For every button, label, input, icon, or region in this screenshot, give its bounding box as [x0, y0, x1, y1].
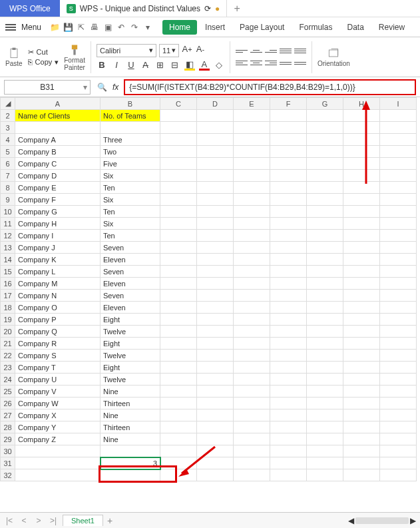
print-icon[interactable]: 🖶	[89, 22, 100, 33]
cell[interactable]	[270, 110, 307, 122]
cell[interactable]	[307, 242, 343, 254]
row-header[interactable]: 23	[1, 362, 15, 374]
cell[interactable]	[270, 433, 307, 445]
cell[interactable]	[270, 134, 307, 146]
cell[interactable]	[160, 218, 197, 230]
cell[interactable]	[197, 338, 234, 350]
border-button[interactable]: ⊞	[155, 60, 166, 71]
cell[interactable]	[380, 110, 417, 122]
cell[interactable]: Company Y	[15, 421, 101, 433]
menu-button[interactable]: Menu	[21, 23, 41, 32]
cell[interactable]	[160, 110, 197, 122]
row-header[interactable]: 5	[1, 146, 15, 158]
cell[interactable]	[234, 218, 270, 230]
cell[interactable]	[380, 170, 417, 182]
sheet-nav-first[interactable]: |<	[4, 516, 15, 525]
cell[interactable]	[197, 433, 234, 445]
paste-button[interactable]: Paste	[5, 47, 23, 67]
cell[interactable]	[343, 338, 380, 350]
cell[interactable]: Company R	[15, 338, 101, 350]
cell[interactable]	[197, 134, 234, 146]
row-header[interactable]: 3	[1, 122, 15, 134]
col-header-I[interactable]: I	[380, 98, 417, 110]
cell[interactable]	[197, 362, 234, 374]
cell[interactable]	[380, 302, 417, 314]
row-header[interactable]: 25	[1, 386, 15, 397]
cell[interactable]	[343, 421, 380, 433]
cell[interactable]	[343, 254, 380, 266]
cell[interactable]: Company F	[15, 194, 101, 206]
open-icon[interactable]: 📁	[49, 22, 60, 33]
cell[interactable]	[234, 457, 270, 469]
cell[interactable]	[307, 326, 343, 338]
cell[interactable]	[197, 158, 234, 170]
cell[interactable]	[343, 362, 380, 374]
cell[interactable]: Nine	[101, 386, 160, 397]
row-header[interactable]: 8	[1, 182, 15, 194]
cell[interactable]: Seven	[101, 290, 160, 302]
cell[interactable]: Two	[101, 146, 160, 158]
col-header-D[interactable]: D	[197, 98, 234, 110]
cell[interactable]: Eight	[101, 314, 160, 326]
cell[interactable]	[15, 457, 101, 469]
cell[interactable]	[380, 146, 417, 158]
search-icon[interactable]: 🔍	[97, 83, 107, 92]
row-header[interactable]: 24	[1, 374, 15, 386]
sheet-nav-last[interactable]: >|	[48, 516, 59, 525]
cell[interactable]	[380, 457, 417, 469]
cell[interactable]	[270, 146, 307, 158]
cell[interactable]	[197, 230, 234, 242]
row-header[interactable]: 26	[1, 397, 15, 409]
merge-button[interactable]: ⊟	[170, 60, 180, 71]
cell[interactable]	[270, 230, 307, 242]
cell[interactable]	[197, 397, 234, 409]
cell[interactable]	[343, 314, 380, 326]
save-icon[interactable]: 💾	[63, 22, 73, 33]
cell[interactable]: Company K	[15, 254, 101, 266]
cell[interactable]	[343, 397, 380, 409]
row-header[interactable]: 28	[1, 421, 15, 433]
cell[interactable]	[197, 314, 234, 326]
cell[interactable]: Twelve	[101, 350, 160, 362]
cell[interactable]	[15, 122, 101, 134]
cell[interactable]: 3	[101, 457, 160, 469]
align-right-button[interactable]	[265, 59, 277, 68]
cell[interactable]: Company C	[15, 158, 101, 170]
cell[interactable]	[270, 158, 307, 170]
cell[interactable]	[197, 242, 234, 254]
cell[interactable]	[160, 254, 197, 266]
col-header-A[interactable]: A	[15, 98, 101, 110]
cell[interactable]: Company Q	[15, 326, 101, 338]
cell[interactable]	[307, 290, 343, 302]
cell[interactable]	[197, 302, 234, 314]
cell[interactable]	[270, 182, 307, 194]
cell[interactable]: Company V	[15, 386, 101, 397]
font-name-select[interactable]: Calibri▾	[97, 44, 156, 57]
cell[interactable]	[160, 421, 197, 433]
cell[interactable]	[197, 457, 234, 469]
cell[interactable]	[307, 194, 343, 206]
cell[interactable]	[380, 230, 417, 242]
cell[interactable]	[270, 350, 307, 362]
cell[interactable]	[197, 350, 234, 362]
cell[interactable]: Company A	[15, 134, 101, 146]
cell[interactable]	[343, 230, 380, 242]
cell[interactable]	[270, 302, 307, 314]
cell[interactable]	[307, 218, 343, 230]
cell[interactable]	[380, 266, 417, 278]
align-center-button[interactable]	[250, 59, 262, 68]
cell[interactable]	[270, 386, 307, 397]
cell[interactable]	[234, 254, 270, 266]
cell[interactable]	[270, 314, 307, 326]
row-header[interactable]: 17	[1, 290, 15, 302]
cell[interactable]: Eleven	[101, 278, 160, 290]
cell[interactable]	[234, 445, 270, 457]
row-header[interactable]: 30	[1, 445, 15, 457]
cell[interactable]: Eleven	[101, 254, 160, 266]
cell[interactable]: Thirteen	[101, 397, 160, 409]
cell[interactable]: Company O	[15, 302, 101, 314]
cell[interactable]	[270, 421, 307, 433]
cell[interactable]	[234, 362, 270, 374]
cell[interactable]	[307, 266, 343, 278]
cell[interactable]	[234, 326, 270, 338]
